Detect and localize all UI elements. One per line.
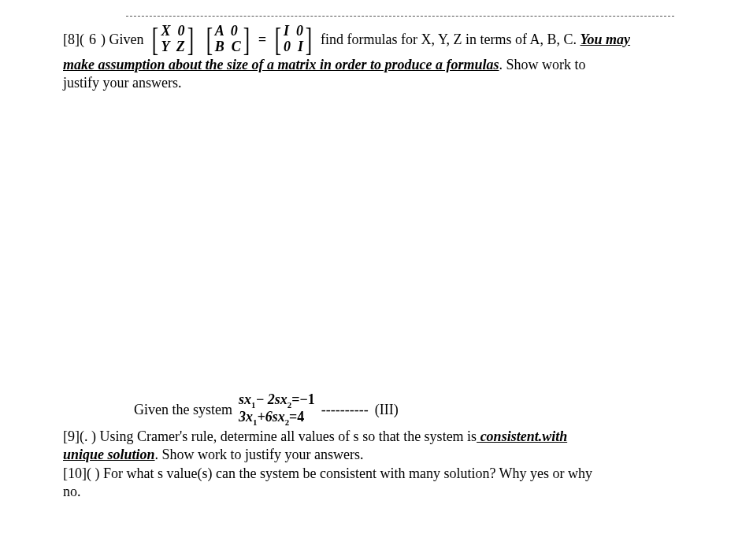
q8-subletter: 6	[89, 32, 96, 48]
q8-tag: [8](	[63, 32, 84, 48]
question-8-line2: make assumption about the size of a matr…	[63, 56, 690, 74]
m2-row1: A 0	[215, 24, 241, 39]
eq-1: sx1− 2sx2=−1	[239, 392, 315, 410]
m1-row2: Y Z	[161, 39, 184, 55]
bracket-left-icon: [	[275, 23, 281, 56]
question-8-line1: [8]( 6) Given [ X 0 Y Z ] [ A 0 B C ] = …	[63, 23, 690, 56]
eq-2: 3x1+6sx2=4	[239, 410, 315, 427]
workspace-gap	[63, 93, 690, 392]
q8-line2-tail: . Show work to	[499, 57, 586, 72]
question-8-line3: justify your answers.	[63, 74, 690, 92]
q8-tail-text: find formulas for X, Y, Z in terms of A,…	[321, 32, 580, 47]
q9-unique: unique solution	[63, 447, 155, 462]
question-10-line2: no.	[63, 483, 690, 501]
m2-row2: B C	[215, 39, 241, 55]
given-label: Given the system	[134, 402, 232, 418]
q8-tail: find formulas for X, Y, Z in terms of A,…	[321, 32, 630, 48]
separator-top	[126, 16, 674, 17]
matrix-xz: [ X 0 Y Z ]	[150, 23, 195, 56]
equation-system: sx1− 2sx2=−1 3x1+6sx2=4	[239, 392, 315, 428]
matrix-identity: [ I 0 0 I ]	[273, 23, 314, 56]
question-9-line1: [9](. ) Using Cramer's rule, determine a…	[63, 428, 690, 446]
q9-tail: . Show work to justify your answers.	[155, 447, 364, 462]
bracket-left-icon: [	[206, 23, 213, 56]
q9-text: ) Using Cramer's rule, determine all val…	[91, 428, 477, 444]
q9-tag: [9](.	[63, 428, 91, 444]
system-label: (III)	[375, 402, 399, 418]
bracket-left-icon: [	[152, 23, 158, 56]
equals-sign: =	[258, 32, 266, 48]
system-line: Given the system sx1− 2sx2=−1 3x1+6sx2=4…	[134, 392, 690, 428]
q8-paren: ) Given	[101, 32, 143, 48]
q8-youmay: You may	[581, 32, 631, 47]
m1-row1: X 0	[161, 24, 184, 39]
q8-assumption: make assumption about the size of a matr…	[63, 57, 499, 72]
m3-row1: I 0	[284, 24, 303, 39]
q9-consistent-with: consistent.with	[477, 428, 567, 444]
bracket-right-icon: ]	[306, 23, 312, 56]
dashes: ----------	[321, 402, 369, 418]
bracket-right-icon: ]	[187, 23, 194, 56]
question-9-line2: unique solution. Show work to justify yo…	[63, 446, 690, 464]
bracket-right-icon: ]	[243, 23, 250, 56]
matrix-abc: [ A 0 B C ]	[204, 23, 252, 56]
m3-row2: 0 I	[284, 39, 303, 55]
question-10-line1: [10]( ) For what s value(s) can the syst…	[63, 465, 690, 483]
